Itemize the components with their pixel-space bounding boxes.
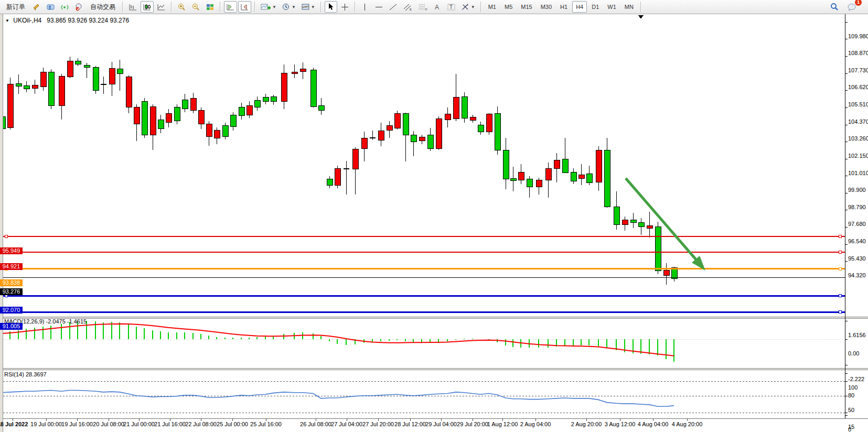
price-badge: 93.276 (0, 288, 23, 295)
chevron-down-icon: ▼ (292, 5, 296, 9)
time-axis-label: 21 Jul 00:00 (123, 421, 155, 427)
shift-end-icon[interactable] (224, 1, 237, 13)
last-bar-marker-icon (638, 15, 644, 19)
timeframe-button-mn[interactable]: MN (621, 1, 637, 13)
time-axis-label: 27 Jul 04:00 (331, 421, 362, 427)
timeframe-button-m1[interactable]: M1 (485, 1, 500, 13)
time-axis-label: 22 Jul 08:00 (185, 421, 217, 427)
chart-canvas[interactable] (0, 14, 868, 432)
time-axis-label: 1 Aug 12:00 (487, 421, 518, 427)
candle (327, 176, 333, 188)
chat-icon[interactable]: 1 (845, 1, 859, 13)
templates-icon[interactable]: ▼ (299, 1, 317, 13)
candle (48, 69, 54, 109)
candle (436, 116, 442, 150)
line-handle[interactable] (839, 235, 841, 238)
line-handle[interactable] (839, 267, 841, 270)
signals-icon[interactable] (58, 1, 71, 13)
time-axis-label: 2 Aug 20:00 (571, 421, 602, 427)
tile-windows-icon[interactable] (203, 1, 217, 13)
svg-text:T: T (449, 4, 453, 10)
price-axis-tick: 103.260 (848, 135, 868, 142)
cursor-icon[interactable] (325, 1, 337, 13)
channel-icon[interactable]: E (401, 1, 415, 13)
candle (604, 138, 610, 208)
timeframe-button-d1[interactable]: D1 (588, 1, 603, 13)
crosshair-icon[interactable] (338, 1, 351, 13)
line-handle[interactable] (839, 295, 841, 297)
chart-title: ▼ UKOil-,H4 93.865 93.926 93.224 93.276 (5, 17, 129, 24)
candle (59, 74, 65, 120)
candle (239, 103, 244, 120)
new-order-button[interactable]: 新订单 (3, 1, 29, 13)
candle (495, 106, 500, 155)
candle (527, 176, 532, 198)
candle (486, 113, 492, 135)
price-axis-tick: 98.790 (848, 204, 866, 210)
line-handle[interactable] (5, 235, 7, 238)
vertical-line-icon[interactable] (359, 1, 371, 13)
candle (462, 92, 467, 123)
zoom-in-icon[interactable] (175, 1, 188, 13)
timeframe-button-m30[interactable]: M30 (537, 1, 555, 13)
zoom-out-icon[interactable] (189, 1, 202, 13)
line-chart-icon[interactable] (155, 1, 168, 13)
price-axis-tick: 99.900 (848, 187, 866, 193)
fibonacci-icon[interactable]: F (416, 1, 430, 13)
trendline-icon[interactable] (387, 1, 400, 13)
text-icon[interactable]: A (431, 1, 444, 13)
line-handle[interactable] (839, 251, 841, 254)
mt4-window: 新订单 自动交易 (0, 0, 868, 432)
candle (40, 68, 46, 91)
price-badge: 93.838 (0, 279, 23, 286)
candle (503, 138, 509, 189)
candle (150, 104, 156, 150)
timeframe-button-m5[interactable]: M5 (501, 1, 516, 13)
chart-menu-icon[interactable]: ▼ (5, 18, 9, 23)
chart-window: ▼ UKOil-,H4 93.865 93.926 93.224 93.276 … (0, 14, 868, 432)
indicators-icon[interactable]: ▼ (259, 1, 278, 13)
periods-clock-icon[interactable]: ▼ (280, 1, 298, 13)
candle (335, 166, 340, 189)
candle (427, 128, 433, 151)
price-axis-tick: 104.370 (848, 118, 868, 125)
candle (166, 109, 172, 127)
candlestick-icon[interactable] (141, 1, 154, 13)
candle (254, 96, 260, 110)
candle (394, 111, 400, 130)
candle (630, 213, 636, 228)
expert-horn-icon[interactable] (30, 1, 43, 13)
price-axis-tick: 97.680 (848, 221, 866, 227)
shapes-icon[interactable]: ▼ (459, 1, 477, 13)
timeframe-button-w1[interactable]: W1 (604, 1, 620, 13)
window-left-border (0, 14, 3, 432)
time-axis-label: 3 Aug 12:00 (605, 421, 636, 427)
timeframe-button-h1[interactable]: H1 (556, 1, 571, 13)
price-axis-tick: 108.870 (848, 50, 868, 56)
candle (554, 153, 560, 182)
timeframe-button-h4[interactable]: H4 (572, 1, 587, 13)
candle (344, 161, 349, 195)
candle (571, 168, 576, 183)
profile-icon[interactable] (44, 1, 57, 13)
rsi-axis-tick: 100 (848, 384, 858, 391)
timeframe-button-m15[interactable]: M15 (517, 1, 535, 13)
notification-badge: 1 (855, 0, 862, 6)
horizontal-line-icon[interactable] (372, 1, 385, 13)
time-axis-label: 18 Jul 2022 (0, 421, 28, 427)
toolbar-separator (355, 2, 356, 12)
svg-text:E: E (410, 8, 412, 11)
search-icon[interactable] (828, 1, 841, 13)
text-label-icon[interactable]: T (445, 1, 458, 13)
line-handle[interactable] (839, 311, 841, 314)
autotrade-icon[interactable] (72, 1, 85, 13)
candle (518, 164, 524, 184)
auto-scroll-icon[interactable] (238, 1, 251, 13)
candle (318, 98, 324, 115)
toolbar-separator (220, 2, 221, 12)
price-axis-tick: 102.150 (848, 153, 868, 159)
candle (190, 93, 196, 113)
bar-chart-icon[interactable] (126, 1, 140, 13)
candle (281, 64, 287, 109)
autotrade-button[interactable]: 自动交易 (87, 1, 119, 13)
